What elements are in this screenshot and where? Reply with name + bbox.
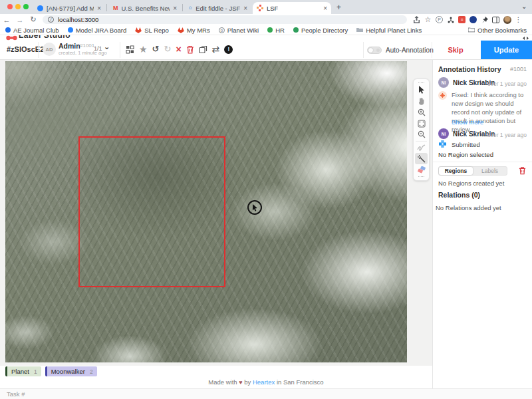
jira-favicon — [37, 5, 43, 11]
bookmarks-bar: AE Journal Club Model JIRA Board SL Repo… — [0, 25, 532, 35]
bookmark-sl-repo[interactable]: SL Repo — [135, 27, 169, 34]
auto-annotation-toggle[interactable] — [367, 47, 382, 54]
fullscreen-icon[interactable] — [523, 36, 529, 41]
browser-tab-lsf-active[interactable]: LSF × — [253, 2, 331, 14]
mac-close-button[interactable] — [7, 4, 13, 9]
tab-regions[interactable]: Regions — [439, 167, 473, 175]
tab-close-icon[interactable]: × — [173, 5, 177, 12]
submitted-status: Submitted — [452, 141, 480, 148]
browser-tab-jira[interactable]: [AN-5779] Add Magic Wand fu × — [33, 2, 105, 14]
zoom-out-tool[interactable] — [415, 129, 428, 140]
browser-tab-gmail[interactable]: M U.S. Benefits News - Open Enr × — [109, 2, 181, 14]
bookmark-helpful-planet-links[interactable]: Helpful Planet Links — [356, 27, 422, 34]
side-panel-icon[interactable] — [491, 15, 500, 24]
toolbar-divider — [416, 141, 427, 142]
divider — [433, 162, 532, 162]
tab-close-icon[interactable]: × — [97, 5, 101, 12]
extension-navy-icon[interactable] — [469, 15, 477, 24]
zoom-out-icon — [418, 130, 426, 138]
skip-button[interactable]: Skip — [436, 41, 475, 59]
toolbar-grip[interactable] — [418, 176, 424, 178]
mac-zoom-button[interactable] — [23, 4, 29, 9]
magic-wand-icon — [418, 155, 426, 163]
bookmark-people-directory[interactable]: People Directory — [293, 27, 348, 34]
tab-close-icon[interactable]: × — [323, 5, 327, 12]
eraser-tool[interactable] — [415, 164, 428, 176]
eraser-icon — [418, 166, 426, 174]
extension-p-icon[interactable]: P — [435, 15, 444, 24]
browser-tab-jsfiddle[interactable]: Edit fiddle - JSFiddle - Code P × — [185, 2, 251, 14]
submitted-icon — [439, 140, 446, 148]
tab-close-icon[interactable]: × — [243, 5, 247, 12]
bookmark-label: Model JIRA Board — [76, 27, 127, 34]
label-studio-logo-strip: Label Studio — [0, 35, 532, 41]
reset-icon[interactable]: × — [176, 44, 181, 55]
show-more-link[interactable]: Show more — [452, 118, 483, 126]
annotation-toolbar: ★ ↺ ↻ × ⇄ ! — [126, 44, 233, 55]
brush-tool[interactable] — [415, 142, 428, 154]
zoom-in-tool[interactable] — [415, 106, 428, 118]
bookmark-my-mrs[interactable]: My MRs — [178, 27, 210, 34]
bookmark-label: People Directory — [301, 27, 348, 34]
bookmark-label: My MRs — [187, 27, 210, 34]
extension-tree-icon[interactable] — [446, 15, 455, 24]
tab-labels[interactable]: Labels — [473, 167, 507, 175]
new-tab-button[interactable]: + — [336, 3, 341, 12]
folder-icon — [356, 27, 363, 33]
undo-icon[interactable]: ↺ — [152, 44, 160, 55]
delete-regions-icon[interactable] — [519, 166, 526, 175]
label-moonwalker[interactable]: Moonwalker 2 — [45, 366, 97, 376]
bookmark-ae-journal-club[interactable]: AE Journal Club — [5, 27, 59, 34]
duplicate-icon[interactable] — [199, 45, 207, 54]
lsf-favicon — [257, 5, 263, 11]
rectangle-region[interactable] — [78, 136, 225, 287]
mac-minimize-button[interactable] — [15, 4, 21, 9]
bookmark-planet-wiki[interactable]: p Planet Wiki — [219, 27, 259, 34]
satellite-image[interactable] — [5, 61, 407, 362]
reload-icon[interactable]: ↻ — [27, 15, 40, 24]
magic-wand-tool[interactable] — [415, 153, 428, 164]
grid-view-icon[interactable] — [126, 45, 134, 54]
location-text: in San Francisco — [277, 378, 324, 386]
tab-search-chevron-icon[interactable]: ⌄ — [521, 3, 527, 10]
url-field[interactable]: i localhost:3000 — [43, 15, 407, 24]
fit-screen-tool[interactable] — [415, 118, 428, 129]
p-circle-icon: p — [219, 27, 225, 33]
divider — [363, 42, 364, 58]
annotation-pager[interactable]: 1/1 — [94, 45, 102, 52]
delete-annotation-icon[interactable] — [186, 45, 194, 54]
swap-settings-icon[interactable]: ⇄ — [212, 44, 220, 55]
label-studio-logo-icon — [6, 35, 17, 41]
tab-separator — [106, 4, 107, 11]
cursor-highlight-ring — [247, 200, 262, 215]
other-bookmarks[interactable]: Other Bookmarks — [468, 27, 527, 34]
regions-labels-tabs: Regions Labels — [438, 166, 507, 176]
pager-chevron-icon[interactable]: ⌄ — [104, 43, 110, 51]
redo-icon[interactable]: ↻ — [164, 44, 171, 55]
share-icon[interactable] — [412, 15, 421, 24]
star-ground-truth-icon[interactable]: ★ — [139, 44, 148, 55]
extensions-pin-icon[interactable] — [480, 15, 489, 24]
bookmark-model-jira-board[interactable]: Model JIRA Board — [68, 27, 127, 34]
select-tool[interactable] — [415, 84, 428, 96]
pan-tool[interactable] — [415, 96, 428, 107]
chrome-menu-icon[interactable]: ⋮ — [514, 15, 523, 24]
back-icon[interactable]: ← — [0, 16, 13, 24]
heart-icon: ♥ — [239, 379, 242, 386]
extension-red-icon[interactable]: ≡ — [458, 15, 466, 24]
forward-icon[interactable]: → — [13, 16, 27, 24]
labels-row: Planet 1 Moonwalker 2 — [5, 366, 97, 376]
toolbar-grip[interactable] — [418, 82, 424, 84]
toggle-ghost-dot — [376, 49, 380, 52]
bookmark-star-icon[interactable]: ☆ — [424, 15, 432, 24]
url-text: localhost:3000 — [58, 16, 98, 23]
label-hotkey: 1 — [34, 368, 37, 375]
bookmark-hr[interactable]: HR — [267, 27, 285, 34]
site-info-icon[interactable]: i — [48, 17, 54, 23]
heartex-link[interactable]: Heartex — [253, 378, 275, 386]
label-planet[interactable]: Planet 1 — [5, 366, 41, 376]
info-icon[interactable]: ! — [224, 45, 233, 54]
update-button[interactable]: Update — [481, 41, 532, 59]
profile-avatar[interactable] — [503, 15, 511, 24]
bookmark-label: HR — [275, 27, 285, 34]
